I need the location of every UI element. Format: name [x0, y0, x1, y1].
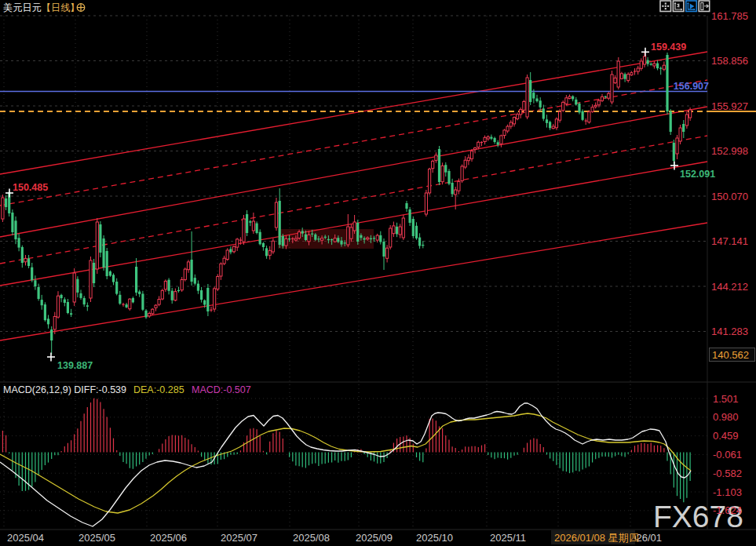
- svg-text:147.141: 147.141: [711, 235, 748, 247]
- svg-text:2025/11: 2025/11: [490, 532, 526, 544]
- svg-text:150.485: 150.485: [13, 182, 48, 193]
- svg-text:139.887: 139.887: [57, 360, 93, 371]
- svg-text:1.501: 1.501: [713, 393, 739, 405]
- svg-text:-0.061: -0.061: [713, 449, 742, 460]
- svg-text:-0.582: -0.582: [713, 468, 742, 479]
- svg-text:2025/10: 2025/10: [416, 532, 453, 544]
- svg-text:2025/05: 2025/05: [79, 532, 115, 544]
- svg-text:150.070: 150.070: [711, 191, 748, 202]
- svg-text:152.998: 152.998: [711, 145, 748, 157]
- svg-text:2025/04: 2025/04: [7, 532, 44, 544]
- svg-text:155.927: 155.927: [711, 100, 748, 112]
- svg-text:159.439: 159.439: [651, 42, 686, 53]
- svg-text:2025/06: 2025/06: [150, 532, 187, 544]
- svg-text:0.980: 0.980: [713, 411, 739, 423]
- svg-text:156.907: 156.907: [674, 81, 709, 92]
- svg-text:2025/09: 2025/09: [356, 532, 393, 544]
- svg-text:MACD(26,12,9) DIFF:-0.539DEA:-: MACD(26,12,9) DIFF:-0.539DEA:-0.285MACD:…: [3, 384, 251, 395]
- svg-text:140.562: 140.562: [712, 349, 749, 361]
- svg-text:158.856: 158.856: [711, 55, 748, 67]
- svg-text:161.785: 161.785: [711, 10, 748, 22]
- svg-text:2025/07: 2025/07: [221, 532, 257, 544]
- svg-text:152.091: 152.091: [680, 169, 715, 180]
- svg-text:-1.624: -1.624: [713, 504, 742, 516]
- svg-text:2025/08: 2025/08: [293, 532, 330, 544]
- svg-text:美元日元【日线】: 美元日元【日线】: [3, 2, 80, 13]
- svg-text:2026/01/08 星期四: 2026/01/08 星期四: [554, 532, 639, 544]
- svg-text:141.283: 141.283: [711, 326, 748, 337]
- svg-text:-1.103: -1.103: [713, 486, 742, 498]
- svg-text:0.459: 0.459: [713, 430, 739, 442]
- svg-text:144.212: 144.212: [711, 281, 748, 293]
